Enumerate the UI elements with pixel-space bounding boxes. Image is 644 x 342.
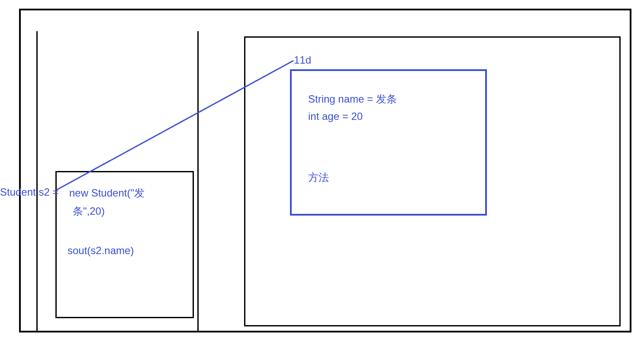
- object-methods-label: 方法: [308, 171, 329, 184]
- code-new-student-line1: new Student("发: [69, 186, 145, 200]
- memory-address-label: 11d: [294, 54, 311, 66]
- object-field-name: String name = 发条: [308, 92, 397, 106]
- code-new-student-line2: 条",20): [73, 204, 105, 218]
- code-sout-line: sout(s2.name): [68, 245, 134, 257]
- heap-object-box: [290, 69, 487, 216]
- object-field-age: int age = 20: [308, 110, 363, 123]
- variable-s2-label: Student s2 =: [0, 186, 58, 198]
